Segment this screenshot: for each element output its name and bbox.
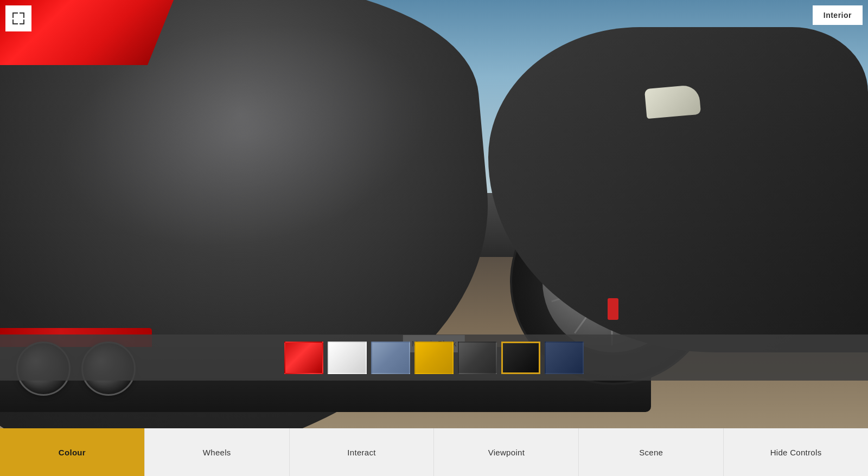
- nav-item-colour[interactable]: Colour: [0, 428, 145, 476]
- nav-item-viewpoint[interactable]: Viewpoint: [434, 428, 579, 476]
- color-swatch-mosaic-black[interactable]: [501, 342, 540, 374]
- side-mirror: [644, 85, 701, 119]
- nav-item-wheels[interactable]: Wheels: [145, 428, 290, 476]
- car-viewport[interactable]: Mosaic Black Interior: [0, 0, 868, 428]
- color-swatch-red[interactable]: [284, 342, 323, 374]
- color-swatch-steel-blue[interactable]: [371, 342, 410, 374]
- color-swatch-white[interactable]: [328, 342, 367, 374]
- brake-light-accent: [608, 298, 618, 320]
- expand-icon-cell: [20, 20, 25, 25]
- nav-item-interact[interactable]: Interact: [290, 428, 435, 476]
- color-swatch-midnight-blue[interactable]: [545, 342, 584, 374]
- color-swatch-dark-gray[interactable]: [458, 342, 497, 374]
- color-swatch-yellow[interactable]: [414, 342, 454, 374]
- expand-icon-cell: [12, 12, 18, 18]
- bottom-navigation: ColourWheelsInteractViewpointSceneHide C…: [0, 428, 868, 476]
- color-swatch-strip: [0, 335, 868, 381]
- nav-item-hide-controls[interactable]: Hide Controls: [724, 428, 868, 476]
- expand-icon: [12, 12, 24, 24]
- expand-icon-cell: [12, 20, 18, 25]
- interior-button[interactable]: Interior: [813, 5, 863, 25]
- expand-icon-cell: [20, 12, 25, 18]
- nav-item-scene[interactable]: Scene: [579, 428, 724, 476]
- fullscreen-button[interactable]: [5, 5, 31, 31]
